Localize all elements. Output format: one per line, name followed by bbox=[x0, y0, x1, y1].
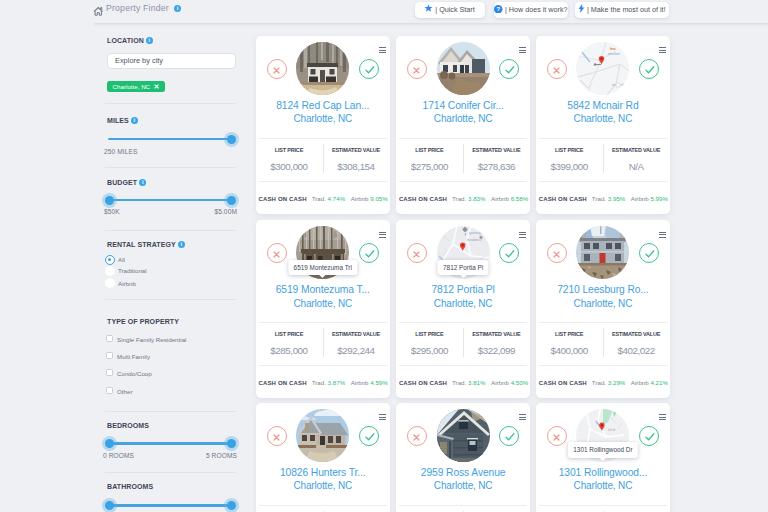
svg-text:meadow ct: meadow ct bbox=[467, 238, 482, 242]
svg-text:?: ? bbox=[497, 6, 501, 12]
svg-text:mnclark: mnclark bbox=[608, 52, 620, 56]
svg-text:hw: hw bbox=[610, 46, 616, 51]
svg-text:knl dr: knl dr bbox=[608, 428, 615, 432]
svg-text:gateway dr: gateway dr bbox=[469, 231, 486, 235]
